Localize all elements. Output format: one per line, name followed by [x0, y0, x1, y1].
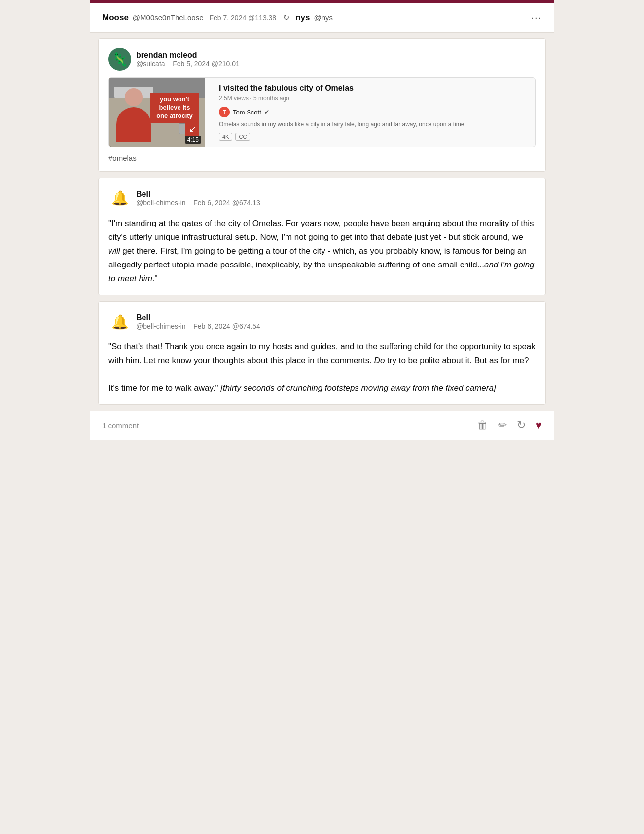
avatar-bell-1: 🔔 — [108, 187, 131, 210]
video-thumbnail: you won't believe its one atrocity ↙ 4:1… — [109, 78, 205, 147]
channel-name: Tom Scott — [233, 109, 261, 116]
post-handle-date-1: @sulcata Feb 5, 2024 @210.01 — [136, 60, 240, 68]
header-row: Moose @M00se0nTheLoose Feb 7, 2024 @113.… — [90, 3, 554, 33]
action-icons: 🗑 ✏ ↻ ♥ — [477, 419, 542, 432]
video-duration: 4:15 — [185, 136, 201, 144]
post-handle-date-2: @bell-chimes-in Feb 6, 2024 @674.13 — [136, 199, 260, 207]
footer-bar: 1 comment 🗑 ✏ ↻ ♥ — [90, 411, 554, 440]
heart-button[interactable]: ♥ — [536, 419, 542, 432]
edit-button[interactable]: ✏ — [498, 419, 507, 432]
post-meta-3: Bell @bell-chimes-in Feb 6, 2024 @674.54 — [136, 313, 260, 330]
header-nys-handle: @nys — [314, 13, 333, 22]
header-date: Feb 7, 2024 @113.38 — [210, 14, 277, 22]
post-header-3: 🔔 Bell @bell-chimes-in Feb 6, 2024 @674.… — [108, 310, 536, 333]
comment-count[interactable]: 1 comment — [102, 421, 139, 430]
post-handle-date-3: @bell-chimes-in Feb 6, 2024 @674.54 — [136, 322, 260, 330]
video-stats: 2.5M views · 5 months ago — [219, 95, 466, 102]
badge-4k: 4K — [219, 133, 232, 141]
delete-button[interactable]: 🗑 — [477, 419, 488, 432]
video-arrow-overlay: ↙ — [185, 122, 199, 136]
post-body-2: "I'm standing at the gates of the city o… — [108, 217, 536, 286]
verified-icon: ✔ — [264, 109, 269, 115]
header-username: Moose — [102, 13, 129, 23]
post-hashtag[interactable]: #omelas — [108, 154, 536, 162]
video-channel-row: T Tom Scott ✔ — [219, 107, 466, 117]
video-description: Omelas sounds in my words like a city in… — [219, 120, 466, 129]
avatar-brendan: 🦎 — [108, 48, 131, 71]
video-title: I visited the fabulous city of Omelas — [219, 84, 466, 93]
post-author-3: Bell — [136, 313, 260, 322]
avatar-bell-2: 🔔 — [108, 310, 131, 333]
post-meta-2: Bell @bell-chimes-in Feb 6, 2024 @674.13 — [136, 190, 260, 207]
video-badges: 4K CC — [219, 133, 466, 141]
post-header-1: 🦎 brendan mcleod @sulcata Feb 5, 2024 @2… — [108, 48, 536, 71]
post-header-2: 🔔 Bell @bell-chimes-in Feb 6, 2024 @674.… — [108, 187, 536, 210]
video-text-overlay: you won't believe its one atrocity — [150, 93, 199, 123]
header-handle: @M00se0nTheLoose — [133, 13, 204, 22]
post-card-1: 🦎 brendan mcleod @sulcata Feb 5, 2024 @2… — [98, 38, 546, 172]
refresh-button[interactable]: ↻ — [517, 419, 526, 432]
channel-avatar: T — [219, 107, 230, 117]
post-body-3: "So that's that! Thank you once again to… — [108, 340, 536, 395]
video-embed[interactable]: you won't believe its one atrocity ↙ 4:1… — [108, 77, 536, 147]
header-nys-label: nys — [295, 13, 310, 23]
post-author-2: Bell — [136, 190, 260, 199]
post-meta-1: brendan mcleod @sulcata Feb 5, 2024 @210… — [136, 51, 240, 68]
video-info: I visited the fabulous city of Omelas 2.… — [212, 78, 473, 147]
header-more-button[interactable]: ··· — [531, 12, 542, 23]
post-author-1: brendan mcleod — [136, 51, 240, 60]
badge-cc: CC — [235, 133, 250, 141]
post-card-2: 🔔 Bell @bell-chimes-in Feb 6, 2024 @674.… — [98, 178, 546, 295]
post-card-3: 🔔 Bell @bell-chimes-in Feb 6, 2024 @674.… — [98, 301, 546, 405]
header-refresh-icon[interactable]: ↻ — [283, 13, 289, 22]
